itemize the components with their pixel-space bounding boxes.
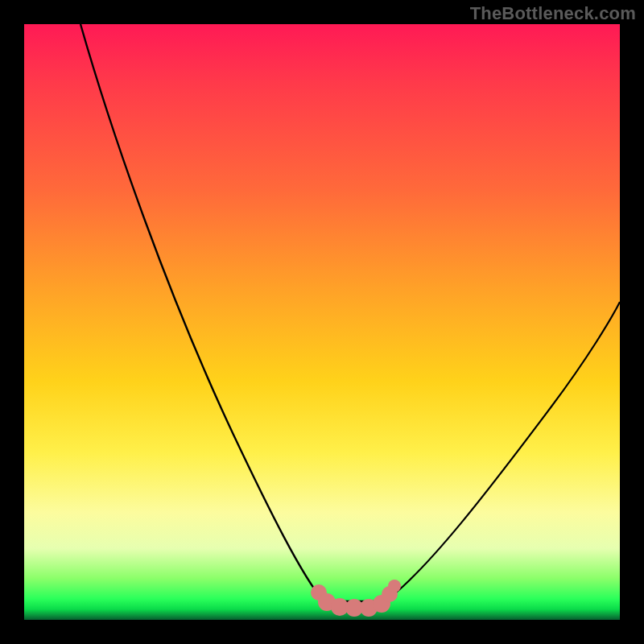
curve-right-branch	[385, 302, 620, 601]
valley-marker-blob	[311, 580, 401, 617]
svg-point-7	[388, 580, 401, 592]
plot-area	[24, 24, 620, 620]
curve-layer	[24, 24, 620, 620]
watermark-text: TheBottleneck.com	[470, 3, 636, 24]
outer-frame: TheBottleneck.com	[0, 0, 644, 644]
curve-left-branch	[80, 24, 324, 601]
